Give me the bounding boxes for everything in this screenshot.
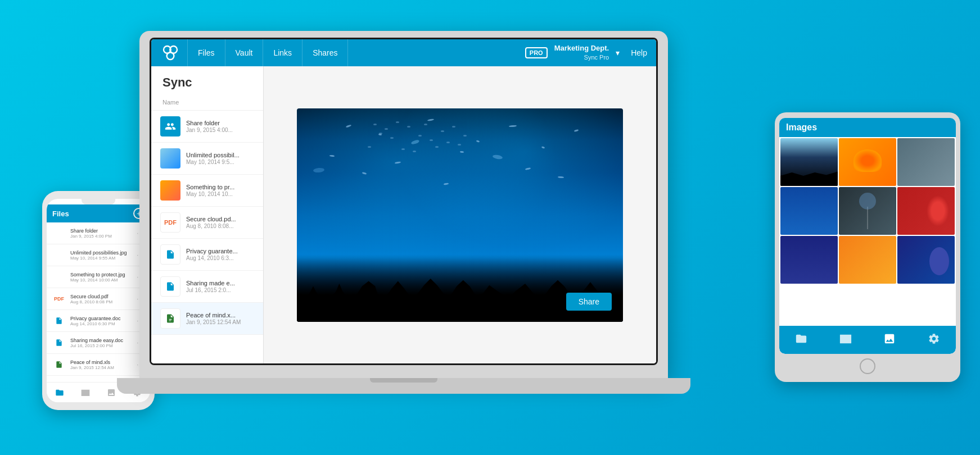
phone-file-date: Aug 14, 2010 6:30 PM [70,321,133,326]
phone-file-item[interactable]: Peace of mind.xls Jan 9, 2015 12:54 AM ·… [47,354,150,376]
pro-badge: PRO [525,47,548,58]
phone-file-date: Aug 8, 2010 8:08 PM [70,299,133,304]
file-list: Share folder Jan 9, 2015 4:00... Unlimit… [151,111,263,335]
help-button[interactable]: Help [631,48,647,57]
file-thumb-share [160,116,180,136]
phone-app-title: Files [52,210,69,218]
tablet-home-button[interactable] [860,358,875,374]
phone-body: Files + Share folder Jan 9, 2015 4:00 PM… [42,191,155,410]
laptop-bezel: Files Vault Links Shares PRO [150,38,658,365]
file-name: Privacy guarante... [186,248,254,254]
file-thumb-doc2 [160,276,180,297]
file-name: Something to pr... [186,184,254,190]
phone-nav-images-icon[interactable] [106,387,117,398]
app-logo [160,43,180,63]
nav-item-shares[interactable]: Shares [302,39,348,66]
grid-image-7[interactable] [780,236,838,284]
phone-file-name: Privacy guarantee.doc [70,316,133,321]
file-item-pdf[interactable]: PDF Secure cloud.pd... Aug 8, 2010 8:08.… [151,207,263,239]
file-date: May 10, 2014 10... [186,191,254,197]
file-thumb-img1 [160,148,180,169]
phone-file-info: Sharing made easy.doc Jul 16, 2015 2:00 … [70,338,133,348]
file-date: Jul 16, 2015 2:0... [186,287,254,293]
grid-image-9[interactable] [897,236,955,284]
grid-image-1[interactable] [780,138,838,186]
file-info: Unlimited possibil... May 10, 2014 9:5..… [186,152,254,165]
tablet-screen: Images [779,118,956,354]
phone-file-item[interactable]: Unlimited possibilities.jpg May 10, 2014… [47,244,150,266]
nav-items: Files Vault Links Shares [187,39,525,66]
nav-item-files[interactable]: Files [187,39,225,66]
tablet-app-title: Images [786,122,817,132]
phone-file-thumb-doc2 [51,335,67,351]
phone-file-item[interactable]: PDF Secure cloud.pdf Aug 8, 2010 8:08 PM… [47,288,150,310]
grid-image-2[interactable] [839,138,896,186]
phone-file-thumb-xls [51,357,67,372]
file-item-sharing[interactable]: Sharing made e... Jul 16, 2015 2:0... [151,271,263,303]
grid-image-5[interactable] [839,187,896,235]
preview-container: Share [297,108,623,322]
phone-file-thumb-img1 [51,247,67,263]
nav-item-links[interactable]: Links [263,39,302,66]
file-item-unlimited[interactable]: Unlimited possibil... May 10, 2014 9:5..… [151,143,263,175]
tablet-nav-images-icon[interactable] [883,333,896,348]
file-item-peace[interactable]: Peace of mind.x... Jan 9, 2015 12:54 AM [151,303,263,335]
laptop-body: Files Vault Links Shares PRO [139,31,668,379]
file-item-privacy[interactable]: Privacy guarante... Aug 14, 2010 6:3... [151,239,263,271]
phone-file-item[interactable]: Privacy guarantee.doc Aug 14, 2010 6:30 … [47,310,150,332]
file-info: Secure cloud.pd... Aug 8, 2010 8:08... [186,216,254,229]
phone-file-date: Jan 9, 2015 12:54 AM [70,365,133,370]
file-name: Sharing made e... [186,280,254,286]
nav-item-vault[interactable]: Vault [225,39,264,66]
phone-file-name: Unlimited possibilities.jpg [70,250,133,256]
file-info: Peace of mind.x... Jan 9, 2015 12:54 AM [186,312,254,325]
app-navbar: Files Vault Links Shares PRO [151,39,656,66]
phone-nav-files-icon[interactable] [54,387,65,398]
file-name: Share folder [186,120,254,126]
file-item-share-folder[interactable]: Share folder Jan 9, 2015 4:00... [151,111,263,143]
file-date: Aug 8, 2010 8:08... [186,223,254,229]
tablet-nav-files-icon[interactable] [795,333,807,348]
file-item-something[interactable]: Something to pr... May 10, 2014 10... [151,175,263,207]
file-info: Sharing made e... Jul 16, 2015 2:0... [186,280,254,293]
phone-file-item[interactable]: Sharing made easy.doc Jul 16, 2015 2:00 … [47,332,150,354]
grid-image-8[interactable] [839,236,896,284]
phone-file-date: Jan 9, 2015 4:00 PM [70,234,133,239]
tablet-nav-camera-icon[interactable] [839,333,852,348]
phone-app-bar: Files + [47,204,150,222]
file-info: Share folder Jan 9, 2015 4:00... [186,120,254,133]
svg-point-2 [167,52,174,60]
phone-file-item[interactable]: Share folder Jan 9, 2015 4:00 PM ··· [47,222,150,244]
phone-screen: Files + Share folder Jan 9, 2015 4:00 PM… [47,199,150,402]
app-content: Sync Name Share folder Jan 9, 2015 4:00.… [151,66,656,363]
file-info: Something to pr... May 10, 2014 10... [186,184,254,197]
grid-image-3[interactable] [897,138,955,186]
file-thumb-img2 [160,180,180,201]
phone-file-info: Something to protect.jpg May 10, 2014 10… [70,272,133,283]
phone-file-date: May 10, 2014 10:00 AM [70,277,133,283]
file-name: Secure cloud.pd... [186,216,254,222]
user-menu-chevron-icon[interactable]: ▾ [616,48,620,57]
file-date: Jan 9, 2015 12:54 AM [186,319,254,325]
phone-file-item[interactable]: Something to protect.jpg May 10, 2014 10… [47,266,150,288]
file-name: Unlimited possibil... [186,152,254,158]
phone-file-info: Privacy guarantee.doc Aug 14, 2010 6:30 … [70,316,133,326]
laptop-device: Files Vault Links Shares PRO [139,31,668,413]
file-date: May 10, 2014 9:5... [186,159,254,165]
phone-file-date: May 10, 2014 9:55 AM [70,256,133,261]
phone-file-info: Peace of mind.xls Jan 9, 2015 12:54 AM [70,360,133,370]
grid-image-6[interactable] [897,187,955,235]
file-name: Peace of mind.x... [186,312,254,319]
aquarium-preview-image [297,108,623,322]
grid-image-4[interactable] [780,187,838,235]
user-plan: Sync Pro [554,53,609,62]
phone-file-info: Secure cloud.pdf Aug 8, 2010 8:08 PM [70,294,133,304]
share-button[interactable]: Share [566,293,612,311]
file-date: Aug 14, 2010 6:3... [186,255,254,261]
fish-school [362,119,475,164]
tablet-nav-settings-icon[interactable] [928,333,940,348]
image-grid [779,137,956,285]
user-name: Marketing Dept. [554,43,609,53]
nav-right: PRO Marketing Dept. Sync Pro ▾ Help [525,43,647,62]
phone-nav-camera-icon[interactable] [80,387,91,398]
